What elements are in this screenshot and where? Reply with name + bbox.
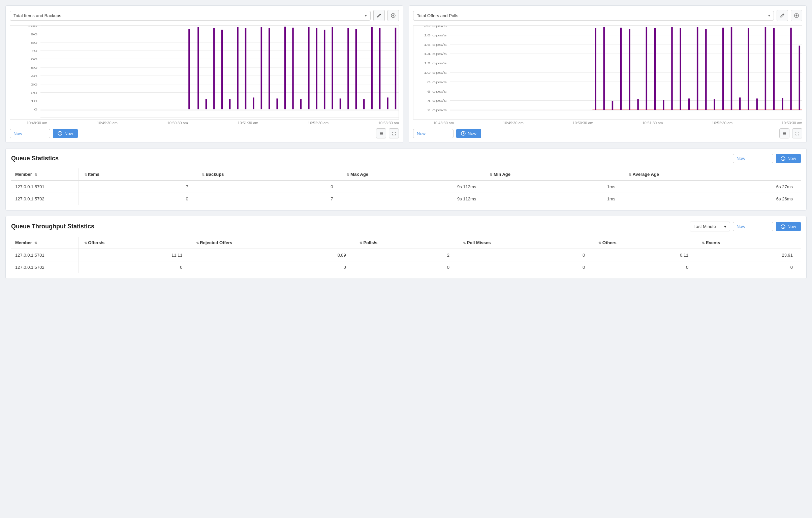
qt-member-0: 127.0.0.1:5701 [11,249,79,261]
qt-offers-0: 11.11 [79,249,191,261]
col-header-polls-per-sec: ⇅ Polls/s [354,237,458,249]
timeframe-chevron-icon: ▾ [724,224,726,229]
queue-throughput-row: 127.0.0.1:5701 11.11 8.89 2 0 0.11 23.91 [11,249,801,261]
chart2-time-input[interactable] [413,129,454,138]
sort-icon-items-prefix[interactable]: ⇅ [84,173,87,177]
col-header-others: ⇅ Others [593,237,696,249]
svg-text:60: 60 [31,57,37,61]
chart2-header: Total Offers and Polls ▾ [413,10,802,21]
col-header-backups: ⇅ Backups [197,169,341,181]
qs-maxage-1: 9s 112ms [341,193,484,205]
chart2-add-button[interactable] [791,10,802,21]
chart-panel-items-backups: Total Items and Backups ▾ [5,5,403,143]
chart1-edit-button[interactable] [373,10,385,21]
svg-text:70: 70 [31,49,37,53]
qt-pollmisses-1: 0 [458,261,593,273]
col-header-maxage: ⇅ Max Age [341,169,484,181]
sort-icon-offers[interactable]: ⇅ [84,241,87,245]
col-header-thr-member: Member ⇅ [11,237,79,249]
chart2-footer-right [779,128,802,139]
chart2-area: 20 ops/s 18 ops/s 16 ops/s 14 ops/s 12 o… [413,25,802,120]
sort-icon-thr-member[interactable]: ⇅ [34,241,37,245]
col-header-avgage: ⇅ Average Age [623,169,801,181]
svg-text:14 ops/s: 14 ops/s [424,52,447,56]
chart2-edit-button[interactable] [777,10,788,21]
svg-text:2 ops/s: 2 ops/s [427,108,447,112]
qt-rejected-0: 8.89 [191,249,354,261]
svg-text:0: 0 [34,108,37,111]
qt-member-1: 127.0.0.1:5702 [11,261,79,273]
qs-minage-1: 1ms [484,193,623,205]
timeframe-dropdown[interactable]: Last Minute ▾ [690,222,730,232]
queue-stats-controls: Now [733,154,801,163]
sort-icon-maxage-prefix[interactable]: ⇅ [346,173,349,177]
chart1-time-input[interactable] [10,129,50,138]
sort-icon-rejected[interactable]: ⇅ [196,241,199,245]
chart1-header: Total Items and Backups ▾ [10,10,399,21]
sort-icon-others[interactable]: ⇅ [599,241,601,245]
chart1-list-button[interactable] [376,128,386,139]
chart2-footer-left: Now [413,129,481,138]
svg-text:16 ops/s: 16 ops/s [424,43,447,47]
chart1-footer-left: Now [10,129,78,138]
chart1-area: 100 90 80 70 60 50 40 30 20 10 0 [10,25,399,120]
queue-stats-table: Member ⇅ ⇅ Items ⇅ Backups ⇅ Max Age [11,169,801,205]
svg-text:40: 40 [31,74,37,78]
qt-events-0: 23.91 [696,249,801,261]
chart2-svg: 20 ops/s 18 ops/s 16 ops/s 14 ops/s 12 o… [413,26,802,119]
sort-icon-backups-prefix[interactable]: ⇅ [202,173,204,177]
queue-throughput-now-button[interactable]: Now [776,222,801,231]
svg-text:4 ops/s: 4 ops/s [427,99,447,102]
svg-text:12 ops/s: 12 ops/s [424,61,447,65]
chart2-xaxis: 10:48:30 am 10:49:30 am 10:50:30 am 10:5… [413,120,802,125]
svg-text:10 ops/s: 10 ops/s [424,71,447,74]
svg-text:20 ops/s: 20 ops/s [424,26,447,28]
qs-minage-0: 1ms [484,181,623,193]
qt-rejected-1: 0 [191,261,354,273]
sort-icon-events[interactable]: ⇅ [702,241,704,245]
sort-icon-pollmisses[interactable]: ⇅ [463,241,466,245]
svg-text:20: 20 [31,91,37,95]
queue-throughput-time-input[interactable] [733,222,773,231]
chart1-expand-button[interactable] [389,128,399,139]
sort-icon-polls[interactable]: ⇅ [359,241,362,245]
svg-text:50: 50 [31,66,37,69]
chart1-xaxis: 10:48:30 am 10:49:30 am 10:50:30 am 10:5… [10,120,399,125]
chart1-now-button[interactable]: Now [53,129,78,138]
queue-stats-row: 127.0.0.1:5701 7 0 9s 112ms 1ms 6s 27ms [11,181,801,193]
chart1-title-select[interactable]: Total Items and Backups ▾ [10,11,371,21]
chart1-svg: 100 90 80 70 60 50 40 30 20 10 0 [10,26,399,119]
queue-stats-panel: Queue Statistics Now Member ⇅ [5,148,807,211]
chart1-chevron-icon: ▾ [365,13,367,18]
sort-icon-minage-prefix[interactable]: ⇅ [490,173,492,177]
svg-text:18 ops/s: 18 ops/s [424,33,447,37]
qs-avgage-1: 6s 26ms [623,193,801,205]
col-header-items: ⇅ Items [79,169,197,181]
chart1-footer: Now [10,128,399,139]
sort-icon-avgage-prefix[interactable]: ⇅ [629,173,631,177]
chart1-footer-right [376,128,399,139]
qs-backups-0: 0 [197,181,341,193]
queue-stats-time-input[interactable] [733,154,773,163]
qt-polls-0: 2 [354,249,458,261]
chart1-add-button[interactable] [387,10,399,21]
qs-member-1: 127.0.0.1:5702 [11,193,79,205]
qs-items-0: 7 [79,181,197,193]
qt-pollmisses-0: 0 [458,249,593,261]
chart1-title: Total Items and Backups [13,13,61,18]
chart2-now-button[interactable]: Now [456,129,481,138]
col-header-poll-misses: ⇅ Poll Misses [458,237,593,249]
svg-text:80: 80 [31,41,37,44]
chart2-expand-button[interactable] [792,128,802,139]
qs-member-0: 127.0.0.1:5701 [11,181,79,193]
charts-row: Total Items and Backups ▾ [5,5,807,143]
qt-others-1: 0 [593,261,696,273]
queue-stats-now-button[interactable]: Now [776,154,801,163]
qs-maxage-0: 9s 112ms [341,181,484,193]
svg-text:10: 10 [31,99,37,103]
qt-polls-1: 0 [354,261,458,273]
chart2-list-button[interactable] [779,128,789,139]
sort-icon-member[interactable]: ⇅ [34,173,37,177]
queue-throughput-header: Queue Throughput Statistics Last Minute … [11,222,801,232]
chart2-title-select[interactable]: Total Offers and Polls ▾ [413,11,774,21]
